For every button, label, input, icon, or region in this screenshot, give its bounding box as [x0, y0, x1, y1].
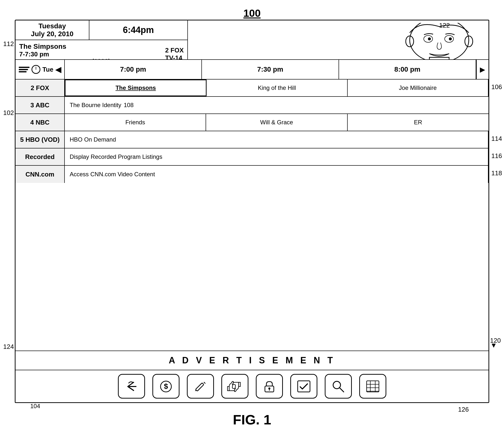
label-124: 124 [3, 343, 14, 351]
main-frame: 102 112 124 126 Tuesday July 20, 2010 6:… [15, 20, 489, 403]
clock-icon [32, 65, 40, 74]
table-row: 3 ABC The Bourne Identity 108 [16, 97, 488, 114]
edit-button[interactable] [187, 374, 214, 399]
svg-rect-15 [298, 381, 310, 392]
face-illustration [390, 23, 484, 59]
channel-2-fox[interactable]: 2 FOX [16, 80, 65, 96]
check-button[interactable] [290, 374, 317, 399]
program-will-grace[interactable]: Will & Grace [206, 114, 347, 131]
label-112: 112 [3, 40, 14, 48]
program-hbo-demand[interactable]: HBO On Demand [65, 131, 488, 148]
program-the-simpsons[interactable]: The Simpsons [65, 80, 207, 96]
search-icon [331, 380, 346, 393]
thumbs-icon [226, 380, 244, 393]
svg-rect-10 [195, 383, 204, 391]
svg-point-13 [268, 387, 270, 389]
program-friends[interactable]: Friends [65, 114, 206, 131]
date-display: Tuesday July 20, 2010 [16, 20, 89, 40]
content-area: Tuesday July 20, 2010 6:44pm The Simpson… [16, 20, 488, 402]
time-slot-1: 7:00 pm [65, 60, 202, 79]
svg-line-17 [340, 388, 344, 392]
label-126: 126 [458, 406, 469, 413]
search-button[interactable] [325, 374, 352, 399]
date-time-row: Tuesday July 20, 2010 6:44pm [16, 20, 187, 40]
scroll-down-icon[interactable]: ▼ [490, 341, 497, 349]
presenter-image: 120 [188, 20, 488, 59]
channel-info: 2 FOX TV-14 [165, 47, 184, 62]
table-row: Recorded Display Recorded Program Listin… [16, 148, 488, 166]
grid-button[interactable] [359, 374, 386, 399]
program-bourne-identity[interactable]: The Bourne Identity 108 [65, 97, 488, 113]
svg-point-3 [428, 37, 431, 40]
label-116: 116 [491, 152, 502, 160]
program-er[interactable]: ER [348, 114, 488, 131]
channel-5-hbo[interactable]: 5 HBO (VOD) [16, 131, 65, 148]
back-arrow-icon[interactable]: ◀ [55, 65, 61, 74]
check-icon [296, 380, 311, 393]
time-slot-3: 8:00 pm [339, 60, 476, 79]
label-108: 108 [124, 102, 133, 109]
svg-line-11 [204, 382, 205, 384]
program-king-of-the-hill[interactable]: King of the Hill [207, 80, 347, 96]
label-118: 118 [491, 169, 502, 177]
table-row: 4 NBC Friends Will & Grace ER [16, 114, 488, 131]
label-114: 114 [491, 135, 502, 143]
svg-point-5 [449, 37, 452, 40]
back-button[interactable] [118, 374, 145, 399]
dollar-icon: $ [159, 380, 173, 393]
label-106: 106 [491, 83, 502, 91]
program-time: 7-7:30 pm [19, 50, 155, 58]
lines-icon [19, 67, 30, 72]
svg-text:$: $ [164, 382, 168, 390]
page-wrapper: 100 122 102 112 124 126 Tuesday July 20,… [0, 0, 504, 435]
label-104: 104 [30, 403, 40, 410]
svg-rect-18 [367, 381, 379, 392]
program-recorded-listings[interactable]: Display Recorded Program Listings [65, 148, 488, 165]
advertisement-bar: 104 A D V E R T I S E M E N T [16, 351, 488, 370]
lock-icon [262, 380, 277, 393]
dollar-button[interactable]: $ [152, 374, 179, 399]
time-slot-2: 7:30 pm [202, 60, 339, 79]
day-label: Tue [42, 66, 53, 73]
channel-4-nbc[interactable]: 4 NBC [16, 114, 65, 131]
guide-header-row: Tue ◀ 7:00 pm 7:30 pm 8:00 pm ▶ [16, 60, 488, 80]
table-row: 5 HBO (VOD) HBO On Demand 114 [16, 131, 488, 148]
program-joe-millionaire[interactable]: Joe Millionaire [348, 80, 488, 96]
grid-icon [365, 380, 380, 393]
button-bar: $ [16, 370, 488, 402]
figure-label: FIG. 1 [233, 412, 271, 428]
lock-button[interactable] [256, 374, 283, 399]
table-row: CNN.com Access CNN.com Video Content 118 [16, 166, 488, 183]
table-row: 2 FOX The Simpsons King of the Hill Joe … [16, 80, 488, 97]
advertisement-text: A D V E R T I S E M E N T [169, 355, 335, 366]
forward-arrow-icon[interactable]: ▶ [476, 60, 488, 79]
page-title: 100 [0, 0, 504, 19]
thumbs-button[interactable] [221, 374, 248, 399]
program-grid: 2 FOX The Simpsons King of the Hill Joe … [16, 80, 488, 351]
channel-cnn[interactable]: CNN.com [16, 166, 65, 183]
channel-recorded[interactable]: Recorded [16, 148, 65, 165]
top-info-bar: Tuesday July 20, 2010 6:44pm The Simpson… [16, 20, 488, 60]
svg-point-0 [410, 23, 469, 59]
guide-channel-col: Tue ◀ [16, 60, 65, 79]
time-display: 6:44pm [89, 20, 187, 40]
channel-3-abc[interactable]: 3 ABC [16, 97, 65, 113]
channel-number: 2 FOX [165, 47, 184, 54]
label-102: 102 [3, 109, 14, 117]
edit-icon [193, 380, 208, 393]
program-cnn-content[interactable]: Access CNN.com Video Content [65, 166, 488, 183]
program-title: The Simpsons [19, 43, 155, 50]
back-icon [124, 380, 139, 393]
svg-rect-1 [429, 57, 449, 59]
program-info-panel: Tuesday July 20, 2010 6:44pm The Simpson… [16, 20, 188, 59]
